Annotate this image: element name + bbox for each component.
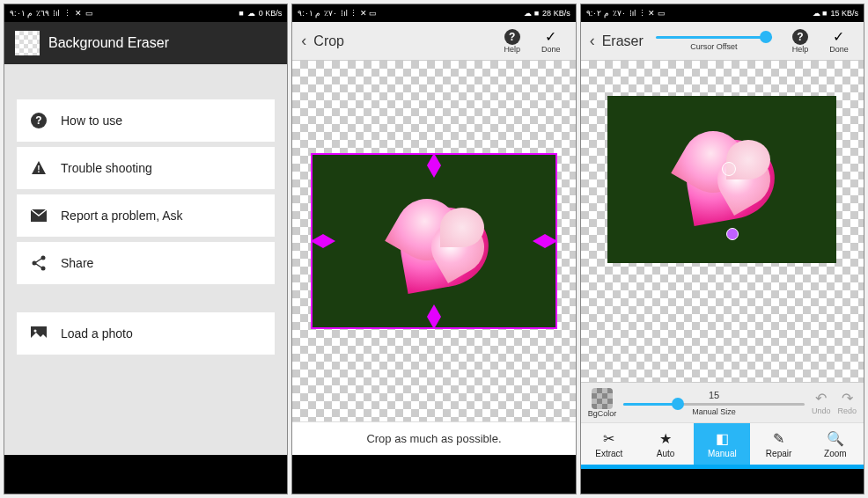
mail-icon xyxy=(29,206,48,225)
svg-text:?: ? xyxy=(35,114,41,127)
eraser-cursor-dot[interactable] xyxy=(726,228,739,240)
signal-icon: ⁞ıl xyxy=(53,9,60,18)
screen-main-menu: م ٩:٠١ ٪٦٩ ⁞ıl ⋮ ✕ ▭ 0 KB/s ☁ ■ Backgrou… xyxy=(4,4,288,494)
main-menu: ? How to use ! Trouble shooting Report a… xyxy=(4,64,287,455)
eraser-icon: ◧ xyxy=(716,430,729,447)
question-icon: ? xyxy=(29,111,48,130)
crop-handle-bottom[interactable] xyxy=(427,317,441,329)
crop-canvas[interactable] xyxy=(292,61,575,421)
magnifier-icon: 🔍 xyxy=(827,430,844,447)
menu-how-to-use[interactable]: ? How to use xyxy=(17,99,275,142)
checker-icon xyxy=(592,388,613,409)
screen-title: Crop xyxy=(313,33,344,49)
wifi-icon: ⋮ xyxy=(63,9,71,18)
menu-label: Trouble shooting xyxy=(61,161,152,175)
crop-handle-top[interactable] xyxy=(427,153,441,165)
svg-point-8 xyxy=(34,330,37,333)
screen-eraser: م ٩:٠٢ ٪٧٠ ⁞ıl ⋮ ✕ ▭ 15 KB/s ☁ ■ ‹ Erase… xyxy=(580,4,864,494)
menu-troubleshooting[interactable]: ! Trouble shooting xyxy=(17,147,275,189)
help-button[interactable]: ? Help xyxy=(497,29,528,54)
svg-point-6 xyxy=(41,267,46,271)
redo-icon: ↷ xyxy=(842,390,853,406)
working-image[interactable] xyxy=(607,96,836,263)
scissors-icon: ✂ xyxy=(603,430,614,447)
menu-label: Report a problem, Ask xyxy=(61,209,183,223)
app-title: Background Eraser xyxy=(48,35,169,51)
crop-handle-right[interactable] xyxy=(545,234,557,248)
manual-size-slider[interactable]: 15 Manual Size xyxy=(623,390,805,416)
svg-point-5 xyxy=(33,261,37,266)
status-bar: م ٩:٠١ ٪٧٠ ⁞ıl ⋮ ✕ ▭ 28 KB/s ☁ ■ xyxy=(292,4,575,22)
done-button[interactable]: ✓ Done xyxy=(823,28,855,54)
warning-icon: ! xyxy=(29,158,48,178)
menu-label: Share xyxy=(61,256,93,270)
help-button[interactable]: ? Help xyxy=(784,29,816,54)
mode-zoom[interactable]: 🔍 Zoom xyxy=(807,423,864,465)
crop-hint: Crop as much as possible. xyxy=(292,421,575,455)
ad-footer xyxy=(581,469,864,494)
help-icon: ? xyxy=(792,29,808,45)
svg-text:!: ! xyxy=(37,165,40,174)
back-button[interactable]: ‹ xyxy=(590,32,595,50)
mode-extract[interactable]: ✂ Extract xyxy=(581,423,637,465)
mode-bar: ✂ Extract ★ Auto ◧ Manual ✎ Repair 🔍 Zoo… xyxy=(581,422,864,465)
crop-frame[interactable] xyxy=(311,153,557,329)
rose-image xyxy=(387,190,502,296)
done-button[interactable]: ✓ Done xyxy=(535,28,567,54)
mode-manual[interactable]: ◧ Manual xyxy=(694,423,750,465)
redo-button[interactable]: ↷ Redo xyxy=(837,390,857,415)
star-icon: ★ xyxy=(659,430,672,447)
eraser-toolbar: ‹ Eraser Cursor Offset ? Help ✓ Done xyxy=(581,22,864,61)
status-time: م ٩:٠١ xyxy=(10,9,33,18)
status-bar: م ٩:٠١ ٪٦٩ ⁞ıl ⋮ ✕ ▭ 0 KB/s ☁ ■ xyxy=(4,4,287,22)
menu-load-photo[interactable]: Load a photo xyxy=(17,312,275,355)
crop-handle-left[interactable] xyxy=(311,234,323,248)
mode-repair[interactable]: ✎ Repair xyxy=(750,423,806,465)
app-titlebar: Background Eraser xyxy=(4,22,287,64)
ad-footer xyxy=(4,455,287,494)
menu-share[interactable]: Share xyxy=(17,242,275,284)
app-icon xyxy=(15,31,40,55)
bgcolor-button[interactable]: BgColor xyxy=(588,388,617,418)
photo-icon xyxy=(29,324,48,343)
back-button[interactable]: ‹ xyxy=(301,32,306,50)
svg-point-4 xyxy=(41,256,46,260)
menu-label: How to use xyxy=(61,114,122,128)
crop-toolbar: ‹ Crop ? Help ✓ Done xyxy=(292,22,575,61)
check-icon: ✓ xyxy=(545,28,556,45)
cloud-icon: ☁ xyxy=(247,9,255,18)
status-bar: م ٩:٠٢ ٪٧٠ ⁞ıl ⋮ ✕ ▭ 15 KB/s ☁ ■ xyxy=(581,4,864,22)
menu-report-problem[interactable]: Report a problem, Ask xyxy=(17,194,275,237)
pencil-icon: ✎ xyxy=(773,430,784,447)
help-icon: ? xyxy=(504,29,520,45)
check-icon: ✓ xyxy=(833,28,844,45)
share-icon xyxy=(29,253,48,273)
screen-title: Eraser xyxy=(602,33,644,49)
ad-footer xyxy=(292,455,575,494)
eraser-canvas[interactable] xyxy=(581,61,864,382)
undo-button[interactable]: ↶ Undo xyxy=(812,390,831,415)
mute-icon: ✕ xyxy=(75,9,82,18)
mode-auto[interactable]: ★ Auto xyxy=(637,423,694,465)
camera-icon: ■ xyxy=(239,9,243,18)
screen-crop: م ٩:٠١ ٪٧٠ ⁞ıl ⋮ ✕ ▭ 28 KB/s ☁ ■ ‹ Crop … xyxy=(291,4,576,494)
status-battery: ٪٦٩ xyxy=(36,9,49,18)
undo-icon: ↶ xyxy=(815,390,827,406)
cast-icon: ▭ xyxy=(85,9,93,18)
menu-label: Load a photo xyxy=(61,326,133,341)
size-panel: BgColor 15 Manual Size ↶ Undo ↷ Redo xyxy=(581,382,864,422)
cursor-offset-slider[interactable]: Cursor Offset xyxy=(651,31,777,51)
